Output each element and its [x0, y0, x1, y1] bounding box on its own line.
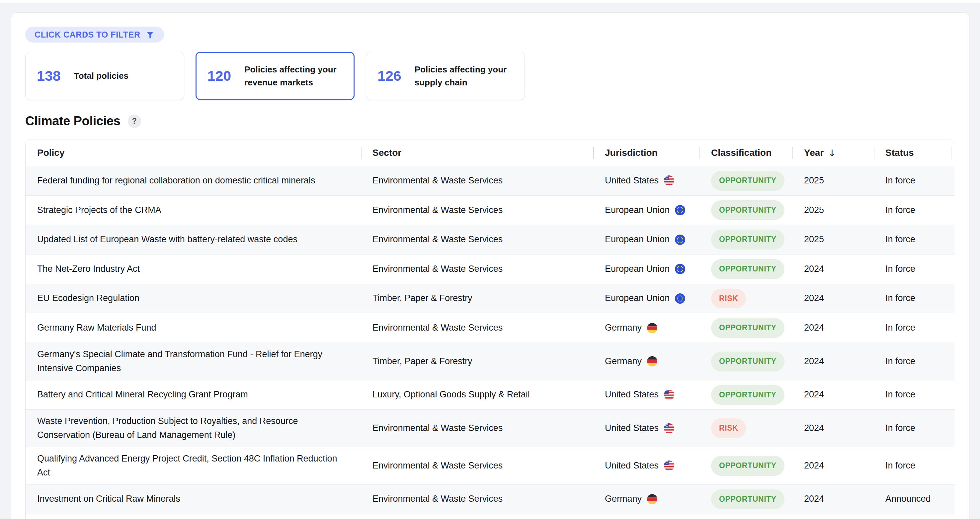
dashboard-panel: CLICK CARDS TO FILTER 138 Total policies…: [11, 12, 969, 519]
classification-cell: OPPORTUNITY: [700, 347, 792, 376]
status-cell: In force: [874, 417, 955, 440]
classification-cell: OPPORTUNITY: [700, 313, 792, 343]
status-cell: In force: [874, 257, 955, 281]
status-cell: In force: [874, 228, 955, 251]
policy-cell: Investment on Critical Raw Minerals: [25, 487, 361, 511]
country-flag-icon: [647, 494, 657, 505]
classification-badge: OPPORTUNITY: [711, 385, 784, 405]
jurisdiction-cell: Germany: [593, 487, 700, 511]
classification-badge: OPPORTUNITY: [711, 351, 784, 372]
stat-label: Total policies: [74, 69, 129, 82]
column-header-status[interactable]: Status: [874, 140, 955, 166]
classification-badge: RISK: [711, 418, 746, 438]
status-cell: In force: [874, 383, 955, 406]
classification-badge: OPPORTUNITY: [711, 171, 784, 191]
country-flag-icon: [675, 235, 685, 245]
sort-descending-icon: ↓: [828, 148, 836, 158]
year-cell: 2024: [792, 287, 874, 310]
classification-badge: RISK: [711, 289, 746, 309]
top-strip: [0, 0, 980, 3]
table-row[interactable]: Investment on Critical Raw Minerals Envi…: [25, 484, 955, 514]
policy-cell: Federal funding for regional collaborati…: [25, 169, 361, 192]
table-row[interactable]: Qualifying Advanced Energy Project Credi…: [25, 447, 955, 484]
table-row[interactable]: National Circular Economy Strategy (NKWS…: [25, 514, 955, 519]
year-cell: 2024: [792, 417, 874, 440]
column-header-year[interactable]: Year ↓: [792, 140, 874, 166]
table-row[interactable]: The Net-Zero Industry Act Environmental …: [25, 254, 955, 284]
column-header-policy[interactable]: Policy: [25, 140, 361, 166]
country-flag-icon: [675, 205, 685, 215]
year-cell: 2024: [792, 350, 874, 373]
sector-cell: Environmental & Waste Services: [361, 316, 593, 340]
table-header-row: Policy Sector Jurisdiction Classificatio…: [25, 140, 955, 166]
country-flag-icon: [647, 323, 657, 333]
table-row[interactable]: Battery and Critical Mineral Recycling G…: [25, 380, 955, 410]
table-row[interactable]: EU Ecodesign Regulation Timber, Paper & …: [25, 284, 955, 313]
year-cell: 2024: [792, 487, 874, 511]
table-row[interactable]: Germany Raw Materials Fund Environmental…: [25, 313, 955, 343]
country-flag-icon: [664, 390, 674, 400]
table-row[interactable]: Strategic Projects of the CRMA Environme…: [25, 195, 955, 225]
policy-cell: Strategic Projects of the CRMA: [25, 199, 361, 222]
jurisdiction-cell: Germany: [593, 350, 700, 373]
jurisdiction-cell: European Union: [593, 257, 700, 281]
sector-cell: Luxury, Optional Goods Supply & Retail: [361, 383, 593, 406]
sector-cell: Timber, Paper & Forestry: [361, 287, 593, 310]
jurisdiction-cell: United States: [593, 169, 700, 192]
jurisdiction-cell: European Union: [593, 287, 700, 310]
sector-cell: Environmental & Waste Services: [361, 257, 593, 281]
year-cell: 2025: [792, 199, 874, 222]
jurisdiction-cell: United States: [593, 417, 700, 440]
column-header-sector[interactable]: Sector: [361, 140, 593, 166]
stat-value: 126: [377, 69, 401, 83]
classification-badge: OPPORTUNITY: [711, 318, 784, 338]
classification-cell: OPPORTUNITY: [700, 225, 792, 254]
status-cell: In force: [874, 287, 955, 310]
policy-cell: Waste Prevention, Production Subject to …: [25, 410, 361, 447]
column-header-classification[interactable]: Classification: [700, 140, 792, 166]
policy-cell: Germany's Special Climate and Transforma…: [25, 343, 361, 380]
classification-badge: OPPORTUNITY: [711, 456, 784, 476]
jurisdiction-cell: United States: [593, 383, 700, 406]
sector-cell: Environmental & Waste Services: [361, 417, 593, 440]
section-header: Climate Policies ?: [25, 114, 955, 128]
country-flag-icon: [664, 176, 674, 186]
table-row[interactable]: Germany's Special Climate and Transforma…: [25, 343, 955, 380]
policy-cell: National Circular Economy Strategy (NKWS…: [25, 517, 361, 519]
year-cell: 2024: [792, 257, 874, 281]
jurisdiction-cell: United States: [593, 454, 700, 477]
funnel-icon: [146, 30, 155, 39]
stat-label: Policies affecting your revenue markets: [244, 63, 344, 89]
classification-badge: OPPORTUNITY: [711, 489, 784, 509]
stat-value: 138: [37, 69, 61, 83]
sector-cell: Environmental & Waste Services: [361, 454, 593, 477]
classification-cell: RISK: [700, 284, 792, 313]
sector-cell: Environmental & Waste Services: [361, 169, 593, 192]
filter-hint-pill: CLICK CARDS TO FILTER: [25, 27, 164, 43]
stat-card-supply-chain[interactable]: 126 Policies affecting your supply chain: [366, 52, 525, 100]
jurisdiction-cell: Germany: [593, 316, 700, 340]
column-header-jurisdiction[interactable]: Jurisdiction: [593, 140, 700, 166]
policy-cell: Germany Raw Materials Fund: [25, 316, 361, 340]
stat-card-revenue-markets[interactable]: 120 Policies affecting your revenue mark…: [196, 52, 355, 100]
classification-cell: OPPORTUNITY: [700, 451, 792, 481]
table-row[interactable]: Updated List of European Waste with batt…: [25, 225, 955, 254]
jurisdiction-cell: European Union: [593, 228, 700, 251]
status-cell: In force: [874, 169, 955, 192]
stat-card-total-policies[interactable]: 138 Total policies: [25, 52, 184, 100]
classification-cell: OPPORTUNITY: [700, 196, 792, 225]
jurisdiction-cell: Germany: [593, 517, 700, 519]
classification-cell: OPPORTUNITY: [700, 485, 792, 514]
table-row[interactable]: Waste Prevention, Production Subject to …: [25, 409, 955, 447]
year-cell: 2025: [792, 169, 874, 192]
policy-cell: Qualifying Advanced Energy Project Credi…: [25, 447, 361, 484]
year-cell: 2024: [792, 383, 874, 406]
table-row[interactable]: Federal funding for regional collaborati…: [25, 166, 955, 195]
table-body: Federal funding for regional collaborati…: [25, 166, 955, 519]
classification-cell: OPPORTUNITY: [700, 514, 792, 519]
sector-cell: Environmental & Waste Services: [361, 228, 593, 251]
stat-value: 120: [207, 69, 231, 83]
classification-cell: OPPORTUNITY: [700, 254, 792, 284]
help-icon[interactable]: ?: [128, 115, 141, 128]
year-cell: 2024: [792, 517, 874, 519]
